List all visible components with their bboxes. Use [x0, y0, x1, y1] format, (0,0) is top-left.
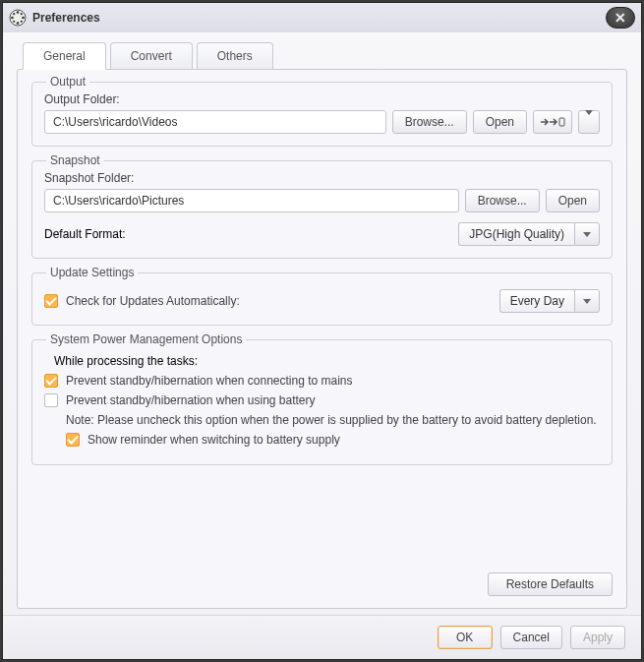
chevron-down-icon — [583, 299, 591, 304]
updates-legend: Update Settings — [46, 266, 138, 279]
output-legend: Output — [46, 75, 89, 89]
ok-button[interactable]: OK — [438, 626, 493, 649]
svg-point-1 — [17, 11, 20, 14]
svg-point-7 — [21, 13, 23, 15]
tab-general[interactable]: General — [23, 42, 106, 70]
chevron-down-icon — [585, 110, 593, 129]
output-browse-button[interactable]: Browse... — [392, 110, 467, 134]
output-group: Output Output Folder: Browse... Open — [31, 82, 613, 147]
tab-convert[interactable]: Convert — [110, 42, 193, 70]
snapshot-folder-label: Snapshot Folder: — [44, 171, 600, 185]
power-group: System Power Management Options While pr… — [31, 339, 613, 465]
close-icon: ✕ — [615, 11, 626, 25]
default-format-arrow[interactable] — [574, 222, 600, 246]
restore-defaults-button[interactable]: Restore Defaults — [488, 572, 613, 596]
svg-point-4 — [22, 17, 25, 20]
svg-point-5 — [13, 13, 15, 15]
window-title: Preferences — [32, 11, 600, 25]
svg-point-2 — [17, 22, 20, 25]
default-format-select[interactable]: JPG(High Quality) — [458, 222, 600, 246]
app-icon — [9, 9, 27, 27]
power-legend: System Power Management Options — [46, 332, 246, 346]
update-frequency-select[interactable]: Every Day — [499, 289, 600, 313]
content-area: General Convert Others Output Output Fol… — [3, 32, 641, 615]
preferences-window: Preferences ✕ General Convert Others Out… — [2, 2, 642, 660]
snapshot-legend: Snapshot — [46, 153, 104, 167]
update-frequency-arrow[interactable] — [574, 289, 600, 313]
check-updates-checkbox[interactable] — [44, 294, 58, 308]
update-frequency-value: Every Day — [499, 289, 574, 313]
svg-rect-9 — [559, 118, 564, 126]
apply-button[interactable]: Apply — [570, 626, 625, 649]
close-button[interactable]: ✕ — [606, 7, 635, 29]
titlebar: Preferences ✕ — [3, 3, 641, 32]
output-action-dropdown[interactable] — [578, 110, 600, 134]
prevent-standby-battery-label: Prevent standby/hibernation when using b… — [66, 393, 316, 407]
tab-others[interactable]: Others — [197, 42, 273, 70]
cancel-button[interactable]: Cancel — [500, 626, 562, 649]
prevent-standby-battery-checkbox[interactable] — [44, 393, 58, 407]
show-reminder-label: Show reminder when switching to battery … — [88, 433, 340, 447]
snapshot-browse-button[interactable]: Browse... — [465, 189, 540, 212]
output-folder-label: Output Folder: — [44, 92, 600, 106]
show-reminder-checkbox[interactable] — [66, 433, 80, 447]
default-format-label: Default Format: — [44, 227, 126, 241]
prevent-standby-mains-checkbox[interactable] — [44, 374, 58, 388]
output-folder-input[interactable] — [44, 110, 386, 134]
snapshot-folder-input[interactable] — [44, 189, 459, 212]
tab-bar: General Convert Others — [17, 42, 627, 70]
check-updates-label: Check for Updates Automatically: — [66, 294, 240, 308]
battery-note: Note: Please uncheck this option when th… — [44, 413, 600, 427]
updates-group: Update Settings Check for Updates Automa… — [31, 272, 613, 326]
svg-point-8 — [13, 21, 15, 23]
output-open-button[interactable]: Open — [473, 110, 527, 134]
snapshot-open-button[interactable]: Open — [546, 189, 600, 212]
general-panel: Output Output Folder: Browse... Open Sna… — [17, 69, 627, 609]
default-format-value: JPG(High Quality) — [458, 222, 574, 246]
svg-point-3 — [11, 17, 14, 20]
output-action-button[interactable] — [533, 110, 572, 134]
snapshot-group: Snapshot Snapshot Folder: Browse... Open… — [31, 160, 613, 259]
svg-point-6 — [21, 21, 23, 23]
send-to-device-icon — [540, 116, 565, 128]
while-processing-label: While processing the tasks: — [44, 354, 600, 368]
prevent-standby-mains-label: Prevent standby/hibernation when connect… — [66, 374, 353, 388]
dialog-footer: OK Cancel Apply — [3, 615, 641, 659]
chevron-down-icon — [583, 232, 591, 237]
